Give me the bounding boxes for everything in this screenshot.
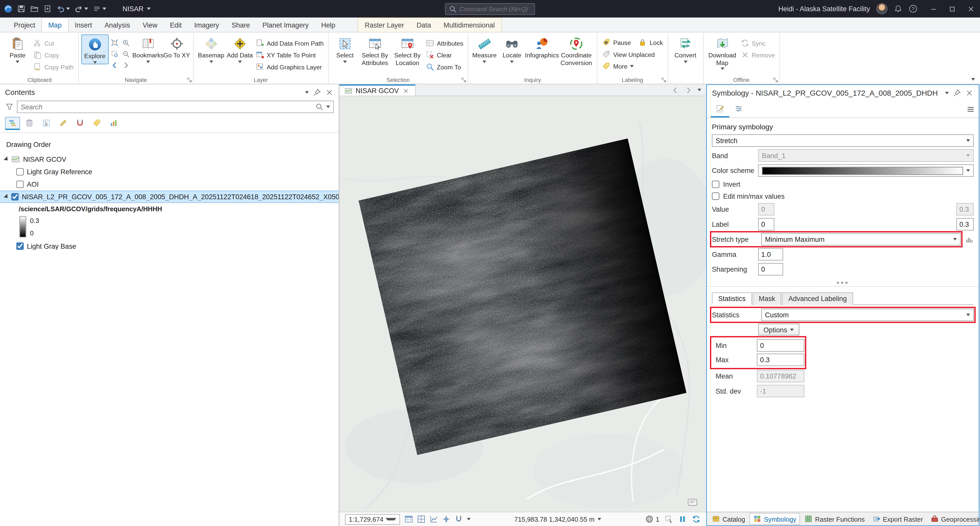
- tab-imagery[interactable]: Imagery: [188, 17, 225, 32]
- basemap-button[interactable]: Basemap: [196, 35, 226, 63]
- symbology-close-icon[interactable]: [965, 89, 974, 97]
- edit-minmax-checkbox[interactable]: [712, 192, 719, 199]
- collapse-arrow-icon[interactable]: [3, 156, 10, 162]
- tree-item-aoi[interactable]: AOI: [0, 178, 339, 191]
- add-data-dropdown-arrow[interactable]: [238, 60, 242, 63]
- maximize-button[interactable]: [942, 0, 961, 17]
- renderer-dropdown[interactable]: Stretch: [712, 134, 974, 147]
- navigator-icon[interactable]: [442, 515, 450, 523]
- previous-extent-icon[interactable]: [110, 61, 119, 69]
- tab-project[interactable]: Project: [7, 17, 41, 32]
- value-min-input[interactable]: [758, 203, 775, 216]
- tree-item-gcov-layer[interactable]: NISAR_L2_PR_GCOV_005_172_A_008_2005_DHDH…: [0, 191, 339, 203]
- lock-labels-button[interactable]: Lock: [636, 38, 665, 48]
- band-dropdown[interactable]: Band_1: [758, 149, 974, 162]
- tab-geoprocessing[interactable]: Geoprocessing: [928, 513, 980, 524]
- more-labeling-button[interactable]: More: [600, 61, 665, 71]
- convert-dropdown-arrow[interactable]: [683, 60, 687, 63]
- measure-button[interactable]: Measure: [471, 35, 498, 63]
- close-map-tab-icon[interactable]: [402, 86, 410, 95]
- selection-indicator-icon[interactable]: [664, 515, 673, 523]
- redo-button[interactable]: [74, 4, 88, 13]
- panel-menu-icon[interactable]: [966, 105, 975, 113]
- tab-raster-functions[interactable]: Raster Functions: [801, 513, 868, 524]
- tab-help[interactable]: Help: [315, 17, 342, 32]
- add-data-from-path-button[interactable]: Add Data From Path: [254, 38, 326, 48]
- map-view-tab[interactable]: NISAR GCOV: [339, 84, 416, 96]
- map-canvas[interactable]: 1:1,729,674 715,983.78 1,342,040.55 m: [339, 96, 706, 526]
- convert-button[interactable]: Convert: [670, 35, 700, 63]
- contents-search-chevron-icon[interactable]: [326, 106, 330, 108]
- notifications-bell-icon[interactable]: [894, 4, 902, 13]
- snapping-icon[interactable]: [454, 515, 463, 523]
- label-min-input[interactable]: [758, 218, 775, 230]
- locate-dropdown-arrow[interactable]: [510, 60, 514, 63]
- tab-catalog[interactable]: Catalog: [709, 513, 748, 524]
- filter-icon[interactable]: [5, 103, 14, 111]
- contents-search-icon[interactable]: [315, 103, 324, 111]
- invert-row[interactable]: Invert: [712, 178, 974, 189]
- max-input[interactable]: [757, 354, 804, 366]
- tab-statistics[interactable]: Statistics: [712, 292, 752, 305]
- customize-dropdown-arrow[interactable]: [103, 7, 107, 10]
- tab-raster-layer[interactable]: Raster Layer: [358, 18, 410, 32]
- select-button[interactable]: Select: [331, 35, 359, 63]
- close-button[interactable]: [961, 0, 980, 17]
- light-gray-reference-checkbox[interactable]: [16, 168, 24, 175]
- attributes-button[interactable]: Attributes: [424, 38, 465, 48]
- signed-in-user[interactable]: Heidi - Alaska Satellite Facility: [778, 5, 870, 13]
- customize-quick-access-button[interactable]: [92, 4, 106, 13]
- full-extent-icon[interactable]: [110, 39, 119, 47]
- basemap-dropdown-arrow[interactable]: [209, 60, 213, 63]
- aoi-checkbox[interactable]: [16, 181, 24, 188]
- infographics-button[interactable]: Infographics: [526, 35, 558, 59]
- project-menu[interactable]: NISAR: [123, 5, 150, 13]
- tab-edit[interactable]: Edit: [164, 17, 188, 32]
- view-tab-list-chevron-icon[interactable]: [697, 89, 701, 91]
- help-icon[interactable]: ?: [909, 4, 918, 13]
- command-search[interactable]: [445, 3, 535, 15]
- contents-close-icon[interactable]: [325, 88, 334, 97]
- remove-button[interactable]: Remove: [738, 50, 777, 60]
- select-dropdown-arrow[interactable]: [343, 60, 347, 63]
- select-by-attributes-button[interactable]: Select By Attributes: [359, 35, 391, 66]
- undo-button[interactable]: [56, 4, 70, 13]
- gamma-input[interactable]: [758, 248, 783, 261]
- minimize-button[interactable]: [924, 0, 942, 17]
- open-project-icon[interactable]: [30, 4, 39, 13]
- zoom-to-selection-icon[interactable]: [110, 50, 119, 58]
- tab-planet-imagery[interactable]: Planet Imagery: [256, 17, 315, 32]
- next-extent-icon[interactable]: [122, 61, 130, 69]
- save-icon[interactable]: [17, 4, 25, 13]
- tab-insert[interactable]: Insert: [68, 17, 98, 32]
- user-avatar[interactable]: [876, 3, 887, 14]
- measure-dropdown-arrow[interactable]: [483, 60, 487, 63]
- pause-drawing-icon[interactable]: [678, 515, 687, 523]
- paste-dropdown-arrow[interactable]: [16, 60, 19, 63]
- tab-symbology[interactable]: Symbology: [749, 513, 800, 525]
- copy-button[interactable]: Copy: [31, 50, 75, 60]
- list-by-drawing-order-tab[interactable]: [5, 117, 20, 130]
- add-data-button[interactable]: Add Data: [226, 35, 254, 63]
- new-item-icon[interactable]: [43, 4, 52, 13]
- panel-splitter-handle[interactable]: ●●●: [707, 279, 979, 287]
- bookmarks-dropdown-arrow[interactable]: [146, 60, 150, 63]
- bookmarks-button[interactable]: Bookmarks: [133, 35, 163, 63]
- color-scheme-dropdown[interactable]: [758, 164, 974, 177]
- list-by-data-source-tab[interactable]: [22, 117, 37, 130]
- contents-pin-icon[interactable]: [312, 88, 321, 97]
- go-to-xy-button[interactable]: Go To XY: [163, 35, 190, 59]
- histogram-icon[interactable]: [965, 235, 974, 244]
- light-gray-base-checkbox[interactable]: [16, 242, 24, 250]
- contents-search-box[interactable]: [17, 100, 334, 113]
- sync-button[interactable]: Sync: [738, 38, 777, 48]
- tab-multidimensional[interactable]: Multidimensional: [438, 18, 501, 32]
- edit-minmax-row[interactable]: Edit min/max values: [712, 191, 974, 201]
- tab-data[interactable]: Data: [410, 18, 438, 32]
- cut-button[interactable]: Cut: [31, 38, 75, 48]
- refresh-icon[interactable]: [692, 515, 700, 523]
- contents-menu-chevron-icon[interactable]: [305, 91, 309, 93]
- xy-table-to-point-button[interactable]: XY Table To Point: [254, 50, 326, 60]
- tree-item-map[interactable]: NISAR GCOV: [0, 153, 339, 165]
- download-map-button[interactable]: Download Map: [706, 35, 738, 70]
